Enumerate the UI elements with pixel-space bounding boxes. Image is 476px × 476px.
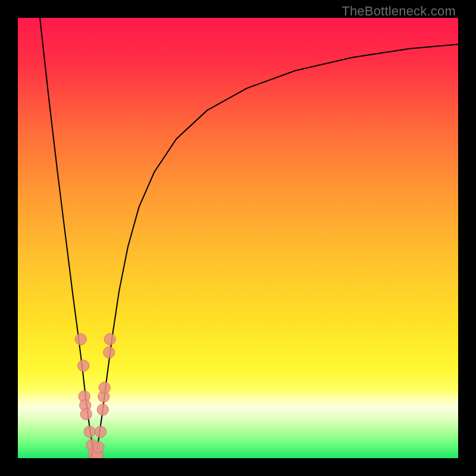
data-point (93, 441, 104, 453)
data-point (78, 360, 89, 371)
data-point (104, 347, 115, 358)
data-point (75, 334, 86, 345)
data-point (80, 408, 92, 419)
data-point (99, 382, 110, 393)
plot-area (18, 18, 458, 458)
data-point (95, 426, 107, 437)
scatter-markers (75, 334, 115, 458)
watermark-text: TheBottleneck.com (342, 4, 456, 19)
chart-frame: TheBottleneck.com (0, 0, 476, 476)
data-point (84, 426, 95, 437)
curve-layer (18, 18, 458, 458)
data-point (104, 334, 115, 345)
curve-right-branch (95, 44, 459, 458)
data-point (97, 404, 108, 415)
